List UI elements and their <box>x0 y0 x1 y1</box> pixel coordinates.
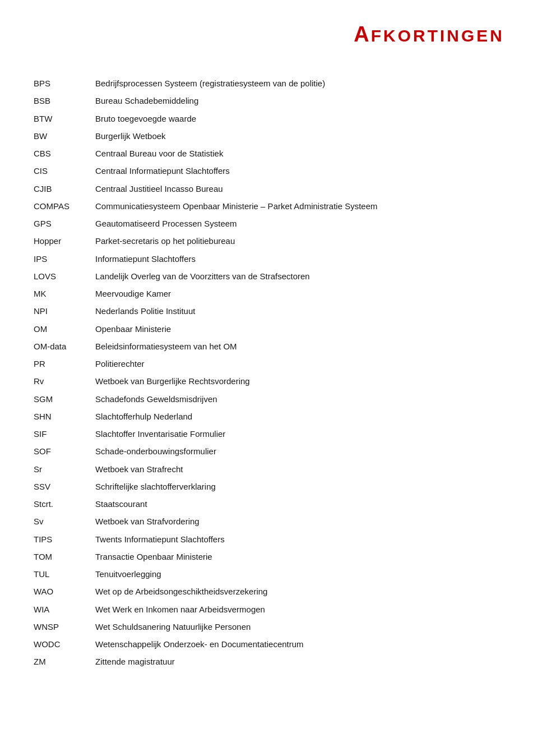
abbreviation-definition: Wet Werk en Inkomen naar Arbeidsvermogen <box>95 601 504 618</box>
abbreviation-definition: Schade-onderbouwingsformulier <box>95 442 504 460</box>
abbreviation-definition: Openbaar Ministerie <box>95 320 504 338</box>
abbreviation-definition: Staatscourant <box>95 495 504 513</box>
table-row: WAOWet op de Arbeidsongeschiktheidsverze… <box>34 583 504 600</box>
abbreviations-table: BPSBedrijfsprocessen Systeem (registrati… <box>34 75 504 671</box>
abbreviation-term: CBS <box>34 145 95 162</box>
abbreviation-definition: Bruto toegevoegde waarde <box>95 110 504 127</box>
table-row: NPINederlands Politie Instituut <box>34 302 504 320</box>
abbreviation-definition: Schriftelijke slachtofferverklaring <box>95 478 504 495</box>
abbreviation-term: IPS <box>34 250 95 268</box>
abbreviation-definition: Tenuitvoerlegging <box>95 565 504 583</box>
table-row: OMOpenbaar Ministerie <box>34 320 504 338</box>
abbreviation-definition: Parket-secretaris op het politiebureau <box>95 232 504 250</box>
table-row: TIPSTwents Informatiepunt Slachtoffers <box>34 531 504 548</box>
table-row: LOVSLandelijk Overleg van de Voorzitters… <box>34 268 504 285</box>
abbreviation-term: MK <box>34 285 95 302</box>
abbreviation-term: BPS <box>34 75 95 92</box>
page-title: AFKORTINGEN <box>34 22 504 47</box>
table-row: IPSInformatiepunt Slachtoffers <box>34 250 504 268</box>
abbreviation-term: BW <box>34 127 95 145</box>
abbreviation-definition: Slachtofferhulp Nederland <box>95 408 504 425</box>
abbreviation-term: SIF <box>34 425 95 442</box>
abbreviation-definition: Wet Schuldsanering Natuurlijke Personen <box>95 618 504 635</box>
abbreviation-definition: Beleidsinformatiesysteem van het OM <box>95 338 504 355</box>
abbreviation-term: PR <box>34 355 95 372</box>
table-row: SOFSchade-onderbouwingsformulier <box>34 442 504 460</box>
table-row: MKMeervoudige Kamer <box>34 285 504 302</box>
abbreviation-term: Hopper <box>34 232 95 250</box>
abbreviation-definition: Communicatiesysteem Openbaar Ministerie … <box>95 197 504 215</box>
table-row: BSBBureau Schadebemiddeling <box>34 92 504 109</box>
abbreviation-definition: Informatiepunt Slachtoffers <box>95 250 504 268</box>
abbreviation-term: COMPAS <box>34 197 95 215</box>
abbreviation-definition: Twents Informatiepunt Slachtoffers <box>95 531 504 548</box>
abbreviation-definition: Transactie Openbaar Ministerie <box>95 548 504 565</box>
abbreviation-definition: Politierechter <box>95 355 504 372</box>
table-row: OM-dataBeleidsinformatiesysteem van het … <box>34 338 504 355</box>
table-row: SSVSchriftelijke slachtofferverklaring <box>34 478 504 495</box>
table-row: SGMSchadefonds Geweldsmisdrijven <box>34 390 504 408</box>
abbreviation-term: TUL <box>34 565 95 583</box>
table-row: WNSPWet Schuldsanering Natuurlijke Perso… <box>34 618 504 635</box>
abbreviation-definition: Centraal Informatiepunt Slachtoffers <box>95 162 504 179</box>
table-row: RvWetboek van Burgerlijke Rechtsvorderin… <box>34 372 504 390</box>
abbreviation-definition: Centraal Bureau voor de Statistiek <box>95 145 504 162</box>
abbreviation-definition: Schadefonds Geweldsmisdrijven <box>95 390 504 408</box>
abbreviation-definition: Nederlands Politie Instituut <box>95 302 504 320</box>
abbreviation-definition: Meervoudige Kamer <box>95 285 504 302</box>
abbreviation-term: BSB <box>34 92 95 109</box>
abbreviation-definition: Wetboek van Strafrecht <box>95 460 504 478</box>
abbreviation-term: SGM <box>34 390 95 408</box>
table-row: TOMTransactie Openbaar Ministerie <box>34 548 504 565</box>
abbreviation-definition: Zittende magistratuur <box>95 653 504 670</box>
abbreviation-definition: Wetboek van Strafvordering <box>95 513 504 530</box>
abbreviation-term: WAO <box>34 583 95 600</box>
abbreviation-definition: Bedrijfsprocessen Systeem (registratiesy… <box>95 75 504 92</box>
abbreviation-term: SOF <box>34 442 95 460</box>
table-row: BTWBruto toegevoegde waarde <box>34 110 504 127</box>
abbreviation-term: Sv <box>34 513 95 530</box>
abbreviation-definition: Wetenschappelijk Onderzoek- en Documenta… <box>95 635 504 653</box>
abbreviation-term: OM <box>34 320 95 338</box>
table-row: CBSCentraal Bureau voor de Statistiek <box>34 145 504 162</box>
table-row: CJIBCentraal Justitieel Incasso Bureau <box>34 180 504 197</box>
table-row: SvWetboek van Strafvordering <box>34 513 504 530</box>
abbreviation-term: TIPS <box>34 531 95 548</box>
table-row: BWBurgerlijk Wetboek <box>34 127 504 145</box>
abbreviation-definition: Wet op de Arbeidsongeschiktheidsverzeker… <box>95 583 504 600</box>
abbreviation-definition: Centraal Justitieel Incasso Bureau <box>95 180 504 197</box>
abbreviation-definition: Wetboek van Burgerlijke Rechtsvordering <box>95 372 504 390</box>
table-row: TULTenuitvoerlegging <box>34 565 504 583</box>
abbreviation-term: NPI <box>34 302 95 320</box>
abbreviation-term: Rv <box>34 372 95 390</box>
table-row: Stcrt.Staatscourant <box>34 495 504 513</box>
abbreviation-term: GPS <box>34 215 95 232</box>
abbreviation-term: WNSP <box>34 618 95 635</box>
abbreviation-term: TOM <box>34 548 95 565</box>
abbreviation-term: BTW <box>34 110 95 127</box>
abbreviation-term: WODC <box>34 635 95 653</box>
abbreviation-definition: Geautomatiseerd Processen Systeem <box>95 215 504 232</box>
table-row: GPSGeautomatiseerd Processen Systeem <box>34 215 504 232</box>
table-row: CISCentraal Informatiepunt Slachtoffers <box>34 162 504 179</box>
abbreviation-definition: Landelijk Overleg van de Voorzitters van… <box>95 268 504 285</box>
abbreviation-term: ZM <box>34 653 95 670</box>
abbreviation-term: Stcrt. <box>34 495 95 513</box>
table-row: WIAWet Werk en Inkomen naar Arbeidsvermo… <box>34 601 504 618</box>
abbreviation-term: LOVS <box>34 268 95 285</box>
abbreviation-term: WIA <box>34 601 95 618</box>
table-row: WODCWetenschappelijk Onderzoek- en Docum… <box>34 635 504 653</box>
abbreviation-definition: Burgerlijk Wetboek <box>95 127 504 145</box>
table-row: ZMZittende magistratuur <box>34 653 504 670</box>
abbreviation-term: SHN <box>34 408 95 425</box>
abbreviation-term: Sr <box>34 460 95 478</box>
table-row: SHNSlachtofferhulp Nederland <box>34 408 504 425</box>
abbreviation-term: SSV <box>34 478 95 495</box>
abbreviation-term: OM-data <box>34 338 95 355</box>
table-row: SIFSlachtoffer Inventarisatie Formulier <box>34 425 504 442</box>
abbreviation-term: CJIB <box>34 180 95 197</box>
page-header: AFKORTINGEN <box>34 22 504 47</box>
table-row: HopperParket-secretaris op het politiebu… <box>34 232 504 250</box>
table-row: SrWetboek van Strafrecht <box>34 460 504 478</box>
abbreviation-definition: Slachtoffer Inventarisatie Formulier <box>95 425 504 442</box>
